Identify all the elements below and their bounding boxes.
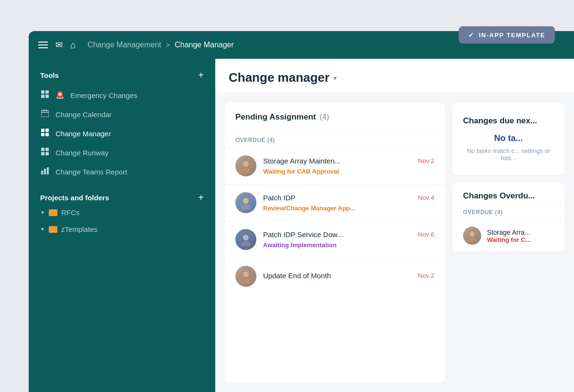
svg-point-23 [243,235,249,240]
projects-add-button[interactable]: + [198,193,204,202]
task-date: Nov 4 [418,194,434,201]
svg-rect-8 [41,129,44,132]
svg-point-22 [241,204,251,209]
sidebar-item-emergency-changes[interactable]: 🚨 Emergency Changes [29,86,215,105]
task-name: Patch IDP Service Dow... [263,230,343,239]
svg-point-28 [468,237,476,241]
right-task-info: Storage Arra... Waiting for C... [487,229,554,243]
ztemplates-label: zTemplates [61,225,98,233]
task-name: Update End of Month [263,272,331,280]
breadcrumb-separator: > [166,41,170,49]
tools-add-button[interactable]: + [198,70,204,80]
grid-icon [40,90,50,100]
avatar [235,155,256,176]
pending-assignment-card: Pending Assignment (4) OVERDUE (4) [225,103,445,382]
task-info: Patch IDP Nov 4 Review/Change Manager Ap… [263,194,434,212]
changes-due-title-row: Changes due nex... [463,116,554,126]
card-header-pending: Pending Assignment (4) [225,103,445,131]
task-name-row: Patch IDP Nov 4 [263,194,434,202]
sidebar-item-change-runway[interactable]: Change Runway [29,143,215,162]
svg-point-25 [243,272,249,277]
task-name-row: Storage Array Mainten... Nov 2 [263,157,434,165]
chart-icon [40,167,50,176]
sidebar-item-ztemplates[interactable]: ▼ zTemplates [29,221,215,238]
hamburger-menu[interactable] [38,42,48,48]
changes-due-card: Changes due nex... No ta... No tasks mat… [453,103,564,175]
rfcs-label: RFCs [61,208,79,217]
mail-icon[interactable]: ✉ [55,40,63,50]
avatar-image [235,266,256,287]
svg-rect-15 [45,152,49,155]
projects-label: Projects and folders [40,194,109,202]
breadcrumb-current: Change Manager [175,41,234,49]
emergency-changes-label: Emergency Changes [70,91,137,99]
content-header: Change manager ▾ [215,59,574,93]
task-name-row: Update End of Month Nov 2 [263,272,434,280]
content-title-row: Change manager ▾ [229,70,561,85]
table-row[interactable]: Storage Array Mainten... Nov 2 Waiting f… [225,147,445,184]
chevron-down-icon-2: ▼ [40,227,45,232]
sidebar-item-rfcs[interactable]: ▼ RFCs [29,204,215,221]
table-row[interactable]: Patch IDP Service Dow... Nov 6 Awaiting … [225,221,445,258]
avatar-image [235,192,256,213]
svg-point-19 [243,161,249,167]
avatar-image [235,155,256,176]
breadcrumb: Change Management > Change Manager [88,41,234,49]
calendar-icon [40,109,50,119]
task-name: Patch IDP [263,194,296,202]
home-icon[interactable]: ⌂ [70,40,76,51]
grid-icon-3 [40,148,50,157]
svg-point-20 [241,167,251,173]
task-date: Nov 6 [418,231,434,238]
main-layout: Tools + 🚨 Emergency Changes [29,59,574,392]
changes-overdue-title: Changes Overdu... [463,191,535,200]
sidebar-item-change-calendar[interactable]: Change Calendar [29,105,215,124]
change-teams-report-label: Change Teams Report [55,168,127,176]
svg-rect-16 [41,171,43,174]
avatar [235,266,256,287]
table-row[interactable]: Patch IDP Nov 4 Review/Change Manager Ap… [225,184,445,221]
no-tasks-title: No ta... [463,133,554,143]
content-body: Pending Assignment (4) OVERDUE (4) [215,93,574,392]
changes-overdue-card: Changes Overdu... OVERDUE (4) Storage Ar… [453,183,564,251]
tools-label: Tools [40,71,59,79]
app-container: ✉ ⌂ Change Management > Change Manager T… [29,31,574,392]
svg-point-21 [243,198,249,204]
svg-rect-3 [45,95,49,98]
task-info: Update End of Month Nov 2 [263,272,434,282]
table-row[interactable]: Update End of Month Nov 2 [225,258,445,294]
pending-title: Pending Assignment [235,112,316,122]
right-section: Changes due nex... No ta... No tasks mat… [453,103,564,382]
svg-rect-2 [41,95,44,98]
svg-rect-10 [41,133,44,136]
svg-rect-18 [47,167,49,174]
change-calendar-label: Change Calendar [55,110,112,119]
overdue-sub-label: OVERDUE (4) [453,205,564,219]
grid-icon-2 [40,129,50,138]
table-row[interactable]: Storage Arra... Waiting for C... [453,219,564,251]
task-date: Nov 2 [418,272,434,279]
breadcrumb-parent[interactable]: Change Management [88,41,161,49]
card-title-row-pending: Pending Assignment (4) [235,112,434,122]
svg-rect-9 [45,129,49,132]
svg-rect-4 [41,110,49,117]
task-info: Patch IDP Service Dow... Nov 6 Awaiting … [263,230,434,249]
right-task-status: Waiting for C... [487,236,554,243]
no-tasks-sub: No tasks match c... settings or fold... [463,147,554,162]
avatar [235,192,256,213]
overdue-card-header: Changes Overdu... [453,183,564,205]
task-info: Storage Array Mainten... Nov 2 Waiting f… [263,157,434,175]
content-area: Change manager ▾ Pending Assignment (4) … [215,59,574,392]
task-status: Awaiting Implementation [263,241,337,249]
svg-point-26 [241,278,251,283]
right-task-name: Storage Arra... [487,229,554,236]
change-runway-label: Change Runway [55,149,109,157]
sidebar-item-change-teams-report[interactable]: Change Teams Report [29,162,215,181]
tools-section-header: Tools + [29,70,215,80]
avatar [235,229,256,250]
task-date: Nov 2 [418,157,434,164]
title-dropdown-arrow[interactable]: ▾ [333,74,337,82]
badge-label: IN-APP TEMPLATE [479,32,545,39]
sidebar-item-change-manager[interactable]: Change Manager [29,124,215,143]
overdue-label: OVERDUE (4) [225,131,445,147]
